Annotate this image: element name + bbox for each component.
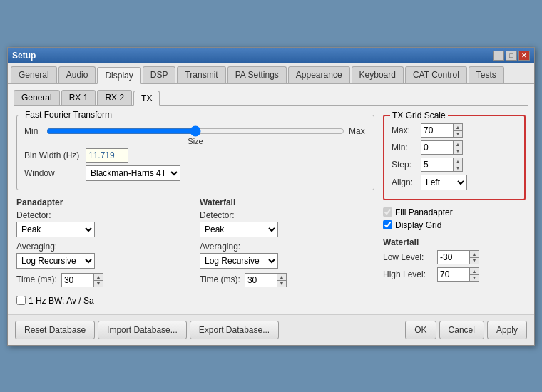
bottom-bar: Reset Database Import Database... Export… (8, 314, 534, 345)
hz-bw-row: 1 Hz BW: Av / Sa (16, 296, 374, 306)
wf-averaging-label: Averaging: (200, 242, 374, 252)
tab-sub-tx[interactable]: TX (133, 91, 160, 106)
low-level-label: Low Level: (383, 252, 433, 262)
pan-time-input[interactable] (61, 273, 93, 287)
waterfall-left-section: Waterfall Detector: Peak Average Sample … (200, 197, 374, 290)
waterfall-right-section: Waterfall Low Level: ▲ ▼ (383, 237, 526, 282)
fill-panadapter-checkbox[interactable] (383, 207, 392, 217)
maximize-button[interactable]: □ (506, 51, 517, 61)
fft-section: Fast Fourier Transform Min Max Size Bin … (16, 115, 374, 190)
pan-time-spinner: ▲ ▼ (61, 273, 103, 287)
tab-audio[interactable]: Audio (58, 66, 96, 83)
low-level-down[interactable]: ▼ (469, 257, 479, 264)
pan-detector-select[interactable]: Peak Average Sample (16, 222, 95, 237)
high-level-up[interactable]: ▲ (469, 267, 479, 274)
tx-step-input[interactable] (421, 158, 453, 172)
pan-time-down[interactable]: ▼ (93, 280, 103, 287)
tx-max-down[interactable]: ▼ (453, 130, 463, 138)
import-database-button[interactable]: Import Database... (98, 321, 187, 339)
wf-time-down[interactable]: ▼ (277, 280, 287, 287)
tx-min-row: Min: ▲ ▼ (392, 140, 517, 155)
wf-averaging-select[interactable]: Log Recursive Linear None (200, 253, 278, 269)
panadapter-section: Panadapter Detector: Peak Average Sample… (16, 197, 191, 290)
size-center-label: Size (24, 137, 367, 145)
tx-step-down[interactable]: ▼ (453, 165, 463, 172)
content-area: General RX 1 RX 2 TX Fast Fourier Transf… (8, 84, 534, 314)
wf-detector-label: Detector: (200, 210, 374, 220)
apply-button[interactable]: Apply (487, 321, 527, 339)
wf-time-label: Time (ms): (200, 274, 240, 284)
right-panel: TX Grid Scale Max: ▲ ▼ (383, 115, 526, 306)
tx-max-spinner: ▲ ▼ (421, 123, 463, 138)
wf-detector-select[interactable]: Peak Average Sample (200, 222, 278, 237)
tx-step-label: Step: (392, 160, 416, 170)
pan-time-spinner-btns: ▲ ▼ (93, 273, 103, 287)
main-area: Fast Fourier Transform Min Max Size Bin … (14, 112, 528, 309)
high-level-input[interactable] (437, 267, 469, 282)
size-slider[interactable] (46, 125, 344, 137)
tx-min-up[interactable]: ▲ (453, 140, 463, 148)
wf-time-input[interactable] (245, 273, 277, 287)
wf-time-spinner-btns: ▲ ▼ (277, 273, 287, 287)
panadapter-title: Panadapter (16, 197, 191, 207)
low-level-spinner: ▲ ▼ (437, 250, 479, 264)
tx-grid-title: TX Grid Scale (390, 110, 448, 120)
bin-width-input[interactable] (86, 148, 128, 163)
tx-align-select[interactable]: Left Center Right (421, 175, 467, 190)
high-level-row: High Level: ▲ ▼ (383, 267, 526, 282)
setup-window: Setup ─ □ ✕ General Audio Display DSP Tr… (7, 47, 535, 346)
tab-dsp[interactable]: DSP (143, 66, 176, 83)
wf-time-up[interactable]: ▲ (277, 273, 287, 280)
tab-appearance[interactable]: Appearance (288, 66, 350, 83)
window-select[interactable]: Blackman-Harris 4T Hanning Hamming Flat … (86, 165, 180, 181)
top-tab-bar: General Audio Display DSP Transmit PA Se… (8, 63, 534, 84)
hz-bw-checkbox[interactable] (16, 296, 26, 305)
tab-tests[interactable]: Tests (469, 66, 504, 83)
tx-min-spinner-btns: ▲ ▼ (453, 140, 463, 155)
bin-width-label: Bin Width (Hz) (24, 150, 81, 160)
low-level-input[interactable] (437, 250, 469, 264)
sub-tab-bar: General RX 1 RX 2 TX (14, 90, 528, 106)
low-level-row: Low Level: ▲ ▼ (383, 250, 526, 264)
pan-time-row: Time (ms): ▲ ▼ (16, 273, 191, 287)
low-level-spinner-btns: ▲ ▼ (469, 250, 479, 264)
tx-max-label: Max: (392, 125, 416, 135)
tx-max-up[interactable]: ▲ (453, 123, 463, 130)
high-level-spinner: ▲ ▼ (437, 267, 479, 282)
export-database-button[interactable]: Export Database... (190, 321, 279, 339)
tab-sub-rx1[interactable]: RX 1 (61, 90, 96, 105)
tx-max-input[interactable] (421, 123, 453, 138)
tab-sub-rx2[interactable]: RX 2 (97, 90, 132, 105)
pan-averaging-select[interactable]: Log Recursive Linear None (16, 253, 95, 269)
tx-min-input[interactable] (421, 140, 453, 155)
display-grid-checkbox[interactable] (383, 220, 392, 229)
tx-max-row: Max: ▲ ▼ (392, 123, 517, 138)
tx-min-down[interactable]: ▼ (453, 148, 463, 155)
fill-panadapter-label: Fill Panadapter (395, 207, 453, 217)
tab-transmit[interactable]: Transmit (177, 66, 225, 83)
tx-min-label: Min: (392, 143, 416, 153)
display-grid-label: Display Grid (395, 220, 441, 230)
pan-time-label: Time (ms): (16, 274, 57, 284)
tab-keyboard[interactable]: Keyboard (352, 66, 404, 83)
fill-panadapter-row: Fill Panadapter (383, 207, 526, 217)
high-level-down[interactable]: ▼ (469, 274, 479, 282)
hz-bw-label: 1 Hz BW: Av / Sa (29, 296, 94, 306)
tab-display[interactable]: Display (97, 67, 140, 84)
tab-general[interactable]: General (11, 66, 57, 83)
close-button[interactable]: ✕ (518, 51, 530, 61)
minimize-button[interactable]: ─ (493, 51, 504, 61)
pan-time-up[interactable]: ▲ (93, 273, 103, 280)
ok-button[interactable]: OK (405, 321, 436, 339)
window-label: Window (24, 168, 81, 178)
low-level-up[interactable]: ▲ (469, 250, 479, 257)
tab-sub-general[interactable]: General (14, 90, 60, 105)
tx-align-label: Align: (392, 177, 416, 187)
tab-cat-control[interactable]: CAT Control (405, 66, 467, 83)
title-bar: Setup ─ □ ✕ (8, 48, 534, 63)
tab-pa-settings[interactable]: PA Settings (227, 66, 287, 83)
tx-step-up[interactable]: ▲ (453, 158, 463, 165)
cancel-button[interactable]: Cancel (439, 321, 484, 339)
tx-max-spinner-btns: ▲ ▼ (453, 123, 463, 138)
reset-database-button[interactable]: Reset Database (15, 321, 95, 339)
